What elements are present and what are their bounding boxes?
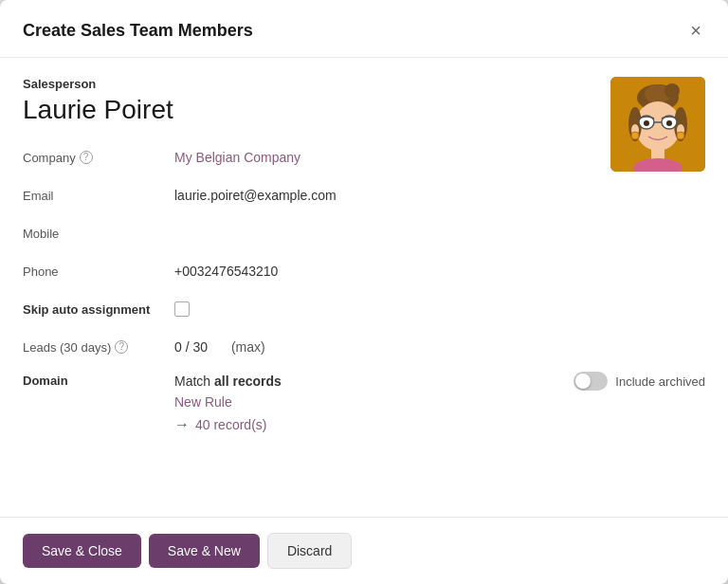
form-fields: Company ? My Belgian Company Email lauri…: [23, 144, 592, 360]
svg-point-9: [631, 132, 639, 139]
avatar: [610, 77, 705, 172]
create-sales-team-members-modal: Create Sales Team Members ×: [0, 0, 728, 584]
salesperson-name: Laurie Poiret: [23, 95, 705, 125]
mobile-label: Mobile: [23, 227, 174, 241]
save-new-button[interactable]: Save & New: [149, 534, 260, 568]
include-archived-label: Include archived: [615, 374, 705, 389]
save-close-button[interactable]: Save & Close: [23, 534, 141, 568]
leads-max-suffix: (max): [231, 339, 265, 355]
company-help-icon[interactable]: ?: [80, 151, 93, 164]
include-archived-toggle[interactable]: [573, 372, 608, 391]
phone-row: Phone +0032476543210: [23, 258, 592, 284]
domain-row: Domain Match all records Include archive…: [23, 372, 705, 433]
company-label: Company ?: [23, 151, 174, 165]
modal-title: Create Sales Team Members: [23, 21, 253, 41]
modal-header: Create Sales Team Members ×: [0, 0, 728, 58]
company-row: Company ? My Belgian Company: [23, 144, 592, 171]
svg-point-3: [664, 83, 680, 99]
mobile-row: Mobile: [23, 220, 592, 246]
new-rule-container: New Rule: [174, 391, 705, 411]
include-archived: Include archived: [573, 372, 705, 391]
domain-content: Match all records Include archived New R…: [174, 372, 705, 433]
domain-label: Domain: [23, 372, 174, 388]
email-value: laurie.poiret@example.com: [174, 188, 337, 203]
records-row: → 40 record(s): [174, 416, 705, 433]
modal-body: Salesperson Laurie Poiret Company ? My B…: [0, 58, 728, 517]
domain-match-row: Match all records Include archived: [174, 372, 705, 391]
close-button[interactable]: ×: [686, 17, 705, 44]
leads-value: 0 / 30: [174, 339, 208, 355]
phone-label: Phone: [23, 265, 174, 279]
arrow-icon: →: [174, 416, 190, 433]
skip-auto-label: Skip auto assignment: [23, 302, 174, 317]
modal-footer: Save & Close Save & New Discard: [0, 517, 728, 584]
domain-match-text: Match all records: [174, 374, 282, 389]
leads-row: Leads (30 days) ? 0 / 30 (max): [23, 334, 592, 360]
skip-auto-checkbox[interactable]: [174, 301, 190, 317]
skip-auto-row: Skip auto assignment: [23, 296, 592, 322]
email-row: Email laurie.poiret@example.com: [23, 182, 592, 209]
leads-label: Leads (30 days) ?: [23, 340, 174, 355]
svg-point-10: [677, 132, 684, 139]
records-link[interactable]: 40 record(s): [195, 417, 266, 432]
svg-point-15: [666, 120, 672, 126]
email-label: Email: [23, 189, 174, 203]
discard-button[interactable]: Discard: [267, 533, 352, 569]
avatar-image: [610, 77, 705, 172]
company-value[interactable]: My Belgian Company: [174, 150, 300, 165]
new-rule-link[interactable]: New Rule: [174, 394, 232, 410]
toggle-track: [573, 372, 608, 391]
leads-help-icon[interactable]: ?: [115, 340, 128, 354]
salesperson-label: Salesperson: [23, 77, 705, 91]
svg-point-14: [644, 120, 649, 126]
phone-value: +0032476543210: [174, 264, 278, 279]
toggle-thumb: [575, 374, 591, 389]
